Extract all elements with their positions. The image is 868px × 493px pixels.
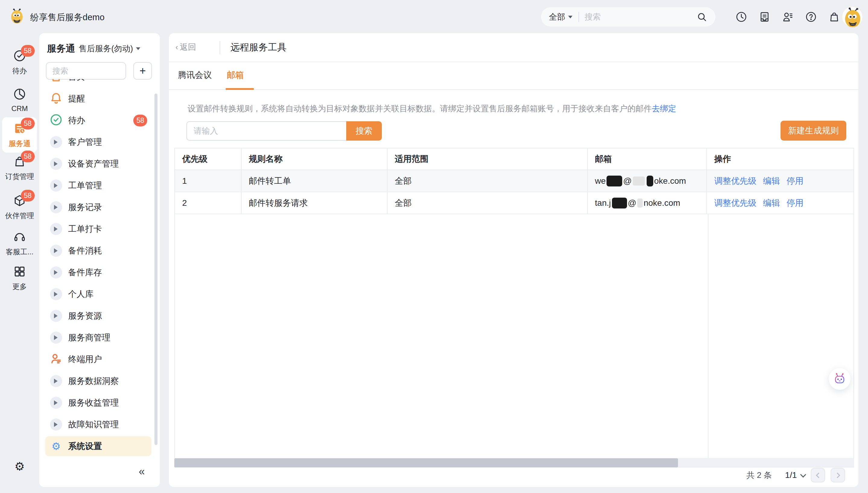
sidebar-search-input[interactable] <box>46 62 126 80</box>
contacts-icon[interactable] <box>782 11 794 23</box>
sidebar-item-1[interactable]: 提醒 <box>45 89 151 109</box>
sidebar-item-label: 终端用户 <box>68 353 102 365</box>
main-panel: ‹返回 远程服务工具 腾讯会议 邮箱 设置邮件转换规则，系统将自动转换为目标对象… <box>169 33 858 487</box>
sidebar-item-16[interactable]: 故障知识管理 <box>45 414 151 434</box>
adjust-priority-link[interactable]: 调整优先级 <box>714 197 756 209</box>
rail-item-nav2[interactable]: 58服务通 <box>2 117 37 153</box>
sidebar-item-label: 待办 <box>68 115 85 126</box>
sidebar-item-6[interactable]: 服务记录 <box>45 197 151 217</box>
description-text: 设置邮件转换规则，系统将自动转换为目标对象数据并关联目标数据。请绑定并设置售后服… <box>187 103 676 114</box>
disable-link[interactable]: 停用 <box>786 175 803 187</box>
rail-item-label: 伙伴管理 <box>2 211 37 220</box>
settings-gear-icon[interactable]: ⚙ <box>14 460 26 472</box>
gear-icon: ⚙ <box>51 441 61 451</box>
sidebar-item-4[interactable]: 设备资产管理 <box>45 154 151 174</box>
chevron-down-icon <box>800 472 806 478</box>
expand-chevron-icon[interactable] <box>50 266 62 278</box>
expand-chevron-icon[interactable] <box>50 158 62 170</box>
cube-icon: 58 <box>13 194 26 207</box>
expand-chevron-icon[interactable] <box>50 245 62 257</box>
tab-tencent-meeting[interactable]: 腾讯会议 <box>178 69 212 81</box>
sidebar-scrollbar[interactable] <box>154 93 157 445</box>
adjust-priority-link[interactable]: 调整优先级 <box>714 175 756 187</box>
edit-link[interactable]: 编辑 <box>763 175 780 187</box>
sidebar-item-label: 服务数据洞察 <box>68 375 119 387</box>
rule-search-input[interactable] <box>186 121 346 141</box>
sidebar-item-9[interactable]: 备件库存 <box>45 262 151 282</box>
tab-mailbox[interactable]: 邮箱 <box>227 69 244 81</box>
rail-item-label: 订货管理 <box>2 172 37 181</box>
help-icon[interactable] <box>805 11 817 23</box>
clock-icon[interactable] <box>735 11 748 23</box>
redaction-block <box>633 176 645 186</box>
expand-chevron-icon[interactable] <box>50 331 62 344</box>
chevron-left-icon <box>816 472 821 478</box>
priority-cell: 1 <box>175 170 242 192</box>
unbind-link[interactable]: 去绑定 <box>652 104 676 113</box>
rail-item-nav4[interactable]: 58伙伴管理 <box>2 194 37 220</box>
expand-chevron-icon[interactable] <box>50 179 62 192</box>
expand-chevron-icon[interactable] <box>50 419 62 431</box>
sidebar-item-11[interactable]: 服务资源 <box>45 306 151 326</box>
search-icon[interactable] <box>696 11 708 23</box>
rail-item-nav5[interactable]: 客服工... <box>2 230 37 257</box>
expand-chevron-icon[interactable] <box>50 288 62 300</box>
sidebar-item-14[interactable]: 服务数据洞察 <box>45 371 151 391</box>
sidebar-item-3[interactable]: 客户管理 <box>45 132 151 152</box>
global-search-bar[interactable]: 全部 搜索 <box>541 7 715 26</box>
rail-item-nav0[interactable]: 58待办 <box>2 49 37 76</box>
expand-chevron-icon[interactable] <box>50 136 62 148</box>
horizontal-scrollbar-thumb[interactable] <box>174 458 678 467</box>
redaction-block <box>612 198 627 209</box>
sidebar-item-13[interactable]: 终端用户 <box>45 349 151 369</box>
check-icon <box>49 113 63 128</box>
home-icon <box>49 79 63 84</box>
expand-chevron-icon[interactable] <box>50 375 62 387</box>
expand-chevron-icon[interactable] <box>50 201 62 213</box>
create-rule-button[interactable]: 新建生成规则 <box>781 121 846 141</box>
add-button[interactable]: + <box>133 62 152 80</box>
grid-icon <box>13 265 26 278</box>
back-button[interactable]: ‹返回 <box>176 42 196 52</box>
sidebar-item-label: 故障知识管理 <box>68 419 119 430</box>
todo-icon: 58 <box>13 49 26 62</box>
sidebar-item-10[interactable]: 个人库 <box>45 284 151 304</box>
user-avatar[interactable] <box>842 7 863 27</box>
rail-item-label: 服务通 <box>2 139 37 148</box>
scope-cell: 全部 <box>387 192 588 214</box>
sidebar-item-17[interactable]: ⚙系统设置 <box>45 436 151 456</box>
bag-icon[interactable] <box>828 11 840 23</box>
next-page-button[interactable] <box>830 468 845 483</box>
sidebar-item-7[interactable]: 工单打卡 <box>45 219 151 239</box>
global-search-placeholder[interactable]: 搜索 <box>584 12 696 22</box>
disable-link[interactable]: 停用 <box>786 197 803 209</box>
rail-item-crm[interactable]: CRM <box>2 87 37 113</box>
sidebar-item-12[interactable]: 服务商管理 <box>45 328 151 348</box>
sidebar-collapse-button[interactable]: « <box>139 465 145 478</box>
prev-page-button[interactable] <box>811 468 825 483</box>
expand-chevron-icon[interactable] <box>50 310 62 322</box>
search-scope-selector[interactable]: 全部 <box>549 12 565 22</box>
search-button[interactable]: 搜索 <box>346 121 382 141</box>
assistant-robot-button[interactable] <box>829 368 850 390</box>
workbench-icon[interactable] <box>758 11 771 23</box>
table-header-row: 优先级规则名称适用范围邮箱操作 <box>175 148 853 170</box>
expand-chevron-icon[interactable] <box>50 397 62 409</box>
sidebar-item-15[interactable]: 服务收益管理 <box>45 393 151 413</box>
rail-item-nav3[interactable]: 58订货管理 <box>2 155 37 181</box>
expand-chevron-icon[interactable] <box>50 223 62 235</box>
sidebar-item-8[interactable]: 备件消耗 <box>45 241 151 261</box>
chevron-down-icon <box>136 47 140 52</box>
sidebar-item-2[interactable]: 待办58 <box>45 110 151 130</box>
module-switcher[interactable]: 服务通 售后服务(勿动) <box>47 42 140 55</box>
edit-link[interactable]: 编辑 <box>763 197 780 209</box>
table-row: 1邮件转工单全部we@oke.com调整优先级编辑停用 <box>175 170 853 192</box>
sidebar-item-5[interactable]: 工单管理 <box>45 176 151 195</box>
page-header: ‹返回 远程服务工具 <box>169 33 858 62</box>
module-subtitle: 售后服务(勿动) <box>79 43 133 54</box>
rail-item-label: 待办 <box>2 66 37 76</box>
sidebar-item-0[interactable]: 首页 <box>45 79 151 87</box>
table-body: 1邮件转工单全部we@oke.com调整优先级编辑停用2邮件转服务请求全部tan… <box>175 170 853 214</box>
page-selector[interactable]: 1/1 <box>785 470 805 480</box>
rail-item-nav6[interactable]: 更多 <box>2 265 37 292</box>
